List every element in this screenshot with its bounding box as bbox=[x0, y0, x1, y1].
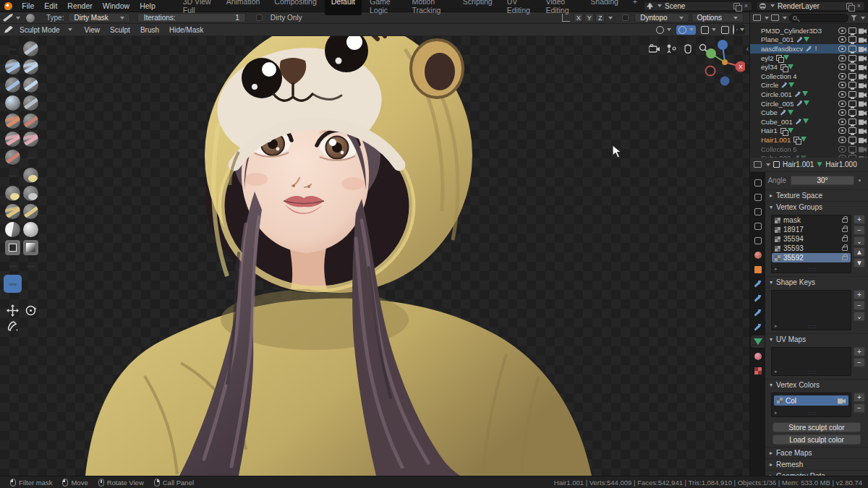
vertex-group-specials-button[interactable]: ⌄ bbox=[854, 236, 865, 246]
visibility-eye-icon[interactable] bbox=[838, 55, 846, 61]
workspace-tab[interactable]: Video Editing bbox=[539, 0, 582, 15]
editor-type-icon[interactable] bbox=[3, 14, 13, 22]
panel-vertex-colors[interactable]: Vertex Colors bbox=[765, 379, 868, 390]
workspace-tab[interactable]: Motion Tracking bbox=[405, 0, 454, 15]
brush-button[interactable] bbox=[5, 204, 20, 219]
menu-item[interactable]: Help bbox=[135, 1, 161, 10]
world-icon[interactable] bbox=[752, 250, 763, 260]
render-visibility-icon[interactable] bbox=[859, 55, 867, 61]
annotate-tool-button[interactable] bbox=[4, 318, 22, 334]
move-up-button[interactable]: ▲ bbox=[854, 247, 865, 257]
viewport-menu-item[interactable]: Sculpt bbox=[105, 26, 135, 34]
outliner-row[interactable]: aasdfasdbxcv bbox=[750, 44, 868, 53]
render-visibility-icon[interactable] bbox=[859, 137, 867, 143]
workspace-tab[interactable]: Compositing bbox=[268, 0, 323, 15]
copy-icon[interactable] bbox=[846, 3, 853, 9]
workspace-tab[interactable]: Game Logic bbox=[363, 0, 404, 15]
shading-wireframe-button[interactable] bbox=[733, 25, 734, 34]
outliner-row[interactable]: Plane_001 bbox=[750, 35, 868, 45]
viewport-menu-item[interactable]: Brush bbox=[135, 26, 164, 34]
pan-hand-button[interactable] bbox=[683, 43, 693, 55]
copy-icon[interactable] bbox=[733, 3, 740, 9]
viewport-disable-icon[interactable] bbox=[848, 127, 856, 134]
vertex-color-row[interactable]: Col bbox=[774, 395, 848, 406]
menu-item[interactable]: Window bbox=[98, 1, 135, 10]
outliner-row[interactable]: PM3D_Cylinder3D3 bbox=[750, 26, 868, 35]
viewport-disable-icon[interactable] bbox=[848, 73, 856, 80]
outliner-row[interactable]: Collection 5 bbox=[750, 145, 868, 154]
panel-vertex-groups[interactable]: Vertex Groups bbox=[765, 201, 868, 213]
texture-icon[interactable] bbox=[752, 366, 763, 375]
panel-uv-maps[interactable]: UV Maps bbox=[765, 333, 868, 345]
close-icon[interactable]: × bbox=[743, 3, 749, 9]
brush-button[interactable] bbox=[5, 150, 20, 165]
load-sculpt-color-button[interactable]: Load sculpt color bbox=[773, 435, 861, 445]
outliner-row[interactable]: Circle_005 bbox=[750, 99, 868, 108]
scene-icon[interactable] bbox=[752, 236, 763, 245]
viewport-disable-icon[interactable] bbox=[848, 27, 856, 34]
render-layer-selector[interactable]: RenderLayer × bbox=[757, 1, 865, 11]
render-visibility-icon[interactable] bbox=[859, 91, 867, 98]
render-visibility-icon[interactable] bbox=[859, 27, 867, 34]
brush-button[interactable] bbox=[5, 186, 20, 201]
options-dropdown[interactable]: Options bbox=[692, 13, 744, 22]
brush-button[interactable] bbox=[23, 95, 38, 111]
brush-button[interactable] bbox=[5, 222, 20, 237]
vertex-group-row[interactable]: mask bbox=[772, 215, 851, 225]
modifiers-icon[interactable] bbox=[752, 279, 763, 288]
vertex-group-row[interactable]: 35592 bbox=[772, 253, 851, 262]
blender-logo-icon[interactable] bbox=[4, 2, 12, 10]
xray-toggle[interactable] bbox=[721, 26, 729, 34]
outliner-row[interactable]: eyl34 bbox=[750, 62, 868, 72]
tool-icon[interactable] bbox=[752, 178, 763, 187]
visibility-eye-icon[interactable] bbox=[838, 119, 846, 125]
dirty-only-checkbox[interactable] bbox=[256, 14, 263, 21]
editor-type-icon[interactable] bbox=[754, 161, 762, 168]
navigation-gizmo[interactable]: X bbox=[705, 38, 745, 87]
brush-button[interactable] bbox=[23, 41, 38, 56]
particles-icon[interactable] bbox=[752, 294, 763, 303]
constraints-icon[interactable] bbox=[752, 322, 763, 332]
render-visibility-icon[interactable] bbox=[859, 127, 867, 134]
workspace-tab[interactable]: UV Editing bbox=[501, 0, 538, 15]
dyntopo-checkbox[interactable] bbox=[622, 14, 629, 21]
viewport-disable-icon[interactable] bbox=[848, 119, 856, 125]
render-icon[interactable] bbox=[752, 192, 763, 202]
viewport-disable-icon[interactable] bbox=[848, 109, 856, 116]
viewport-disable-icon[interactable] bbox=[848, 91, 856, 98]
3d-viewport[interactable]: none bbox=[0, 36, 749, 476]
object-icon[interactable] bbox=[752, 265, 763, 274]
brush-button[interactable] bbox=[23, 222, 38, 237]
outliner-search-input[interactable] bbox=[789, 14, 848, 22]
brush-button[interactable]: none bbox=[5, 41, 20, 56]
mask-type-dropdown[interactable]: Dirty Mask bbox=[68, 13, 129, 22]
remove-uv-map-button[interactable]: − bbox=[854, 358, 865, 367]
brush-button[interactable] bbox=[23, 204, 38, 219]
output-icon[interactable] bbox=[752, 207, 763, 216]
render-visibility-icon[interactable] bbox=[859, 64, 867, 70]
brush-button[interactable] bbox=[5, 95, 20, 111]
viewport-disable-icon[interactable] bbox=[848, 137, 856, 143]
viewport-disable-icon[interactable] bbox=[848, 146, 856, 153]
vertex-group-row[interactable]: 18917 bbox=[772, 225, 851, 234]
workspace-tab[interactable]: 3D View Full bbox=[176, 0, 218, 15]
brush-preview-icon[interactable] bbox=[26, 14, 35, 22]
outliner-row[interactable]: eyl2 bbox=[750, 53, 868, 63]
mode-dropdown[interactable]: Sculpt Mode bbox=[14, 26, 65, 34]
workspace-tab[interactable]: Default bbox=[325, 0, 362, 15]
viewport-menu-item[interactable]: View bbox=[80, 26, 106, 34]
physics-icon[interactable] bbox=[752, 308, 763, 317]
brush-button[interactable] bbox=[23, 59, 38, 74]
outliner-row[interactable]: Circle bbox=[750, 81, 868, 90]
workspace-tab[interactable]: + bbox=[626, 0, 644, 15]
animate-dot[interactable] bbox=[859, 179, 861, 181]
workspace-tab[interactable]: Animation bbox=[220, 0, 267, 15]
remove-vertex-color-button[interactable]: − bbox=[854, 403, 865, 413]
visibility-eye-icon[interactable] bbox=[838, 109, 846, 116]
render-visibility-icon[interactable] bbox=[859, 73, 867, 80]
render-visibility-icon[interactable] bbox=[859, 100, 867, 107]
collapsed-panel-header[interactable]: Geometry Data bbox=[765, 470, 868, 476]
brush-button[interactable] bbox=[23, 240, 38, 255]
menu-item[interactable]: Render bbox=[62, 1, 97, 10]
panel-texture-space[interactable]: Texture Space bbox=[765, 189, 868, 201]
